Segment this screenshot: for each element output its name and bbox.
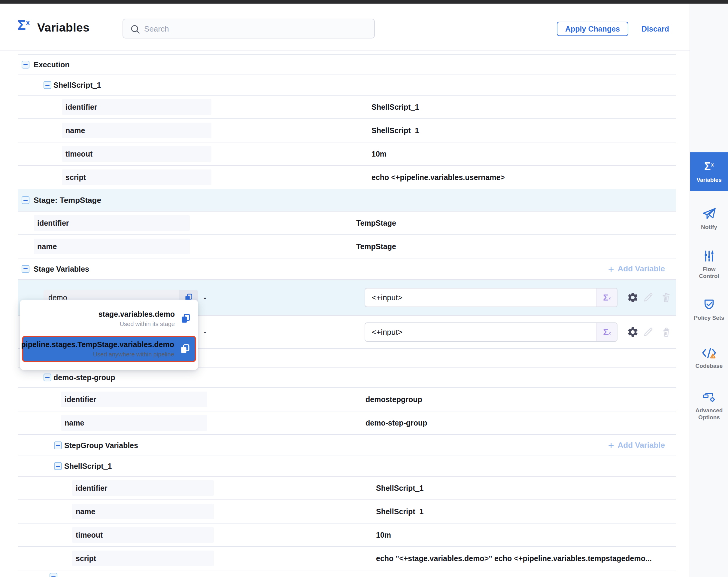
sidebar-item-variables[interactable]: ΣxVariables <box>690 152 728 191</box>
panel-header: Σx Variables Apply Changes Discard <box>0 4 690 50</box>
table-row-stepgroup-variables: StepGroup Variables+Add Variable <box>18 435 676 456</box>
table-row-script: scriptecho "<+stage.variables.demo>" ech… <box>18 547 676 570</box>
tree-node-label: Execution <box>34 60 69 69</box>
sidebar-item-policy-sets[interactable]: Policy Sets <box>690 298 728 321</box>
sliders-icon <box>702 249 716 262</box>
sidebar-item-notify[interactable]: Notify <box>690 207 728 230</box>
expression-toggle-icon[interactable]: Σx <box>596 288 617 306</box>
field-label-box: timeout <box>62 146 211 162</box>
collapse-minus-icon[interactable] <box>22 265 29 273</box>
edit-pencil-icon[interactable] <box>643 292 654 303</box>
expression-toggle-icon[interactable]: Σx <box>596 323 617 341</box>
field-value: demo-step-group <box>365 419 427 427</box>
field-label-box: name <box>62 123 211 138</box>
sidebar-item-label: Codebase <box>693 362 726 369</box>
search-icon <box>130 24 141 36</box>
tree-node-label: demo-step-group <box>53 373 115 382</box>
collapse-minus-icon[interactable] <box>44 374 51 381</box>
table-row-timeout: timeout10m <box>18 143 676 166</box>
tree-node-label: Stage Variables <box>34 265 89 273</box>
add-variable-button[interactable]: +Add Variable <box>608 264 665 274</box>
table-row-partial <box>18 570 676 575</box>
field-label: name <box>61 415 207 431</box>
variable-path: stage.variables.demo <box>99 310 175 319</box>
add-variable-label: Add Variable <box>618 441 665 450</box>
plus-icon: + <box>608 264 614 274</box>
field-value: echo <+pipeline.variables.username> <box>371 173 505 182</box>
apply-changes-button[interactable]: Apply Changes <box>557 22 628 36</box>
field-label: identifier <box>72 480 214 496</box>
variable-path-option[interactable]: stage.variables.demoUsed within its stag… <box>20 304 198 333</box>
copy-icon[interactable] <box>180 344 190 354</box>
top-dark-bar <box>0 0 728 4</box>
table-row-identifier: identifierShellScript_1 <box>18 477 676 500</box>
field-label-box: name <box>72 504 214 519</box>
code-warning-icon <box>701 347 717 359</box>
variable-value-input[interactable]: <+input>Σx <box>365 323 618 342</box>
field-label-box: script <box>72 551 214 566</box>
collapse-minus-icon[interactable] <box>22 61 29 69</box>
delete-trash-icon[interactable] <box>661 327 672 337</box>
collapse-minus-icon[interactable] <box>44 81 51 89</box>
shield-check-icon <box>702 298 716 311</box>
tree-node-label: ShellScript_1 <box>64 462 112 471</box>
header-divider <box>0 50 690 51</box>
variable-value-input[interactable]: <+input>Σx <box>365 288 618 307</box>
table-row-identifier: identifierdemostepgroup <box>18 388 676 411</box>
field-label: name <box>72 504 214 519</box>
table-row-script: scriptecho <+pipeline.variables.username… <box>18 166 676 189</box>
collapse-minus-icon[interactable] <box>54 462 62 470</box>
field-value: ShellScript_1 <box>376 484 423 493</box>
table-row-demo-step-group: demo-step-group <box>18 368 676 388</box>
sigma-x-icon: Σx <box>18 18 30 32</box>
plus-icon: + <box>608 440 614 450</box>
field-label: script <box>72 551 214 566</box>
discard-button[interactable]: Discard <box>642 25 669 33</box>
field-label-box: name <box>34 239 190 254</box>
variable-value-text: <+input> <box>372 323 402 341</box>
tree-node-label: StepGroup Variables <box>64 441 138 450</box>
variable-path-option-highlighted[interactable]: pipeline.stages.TempStage.variables.demo… <box>22 336 196 362</box>
field-label-box: script <box>62 170 211 185</box>
field-value: TempStage <box>356 242 396 251</box>
field-value: 10m <box>371 150 387 158</box>
collapse-minus-icon[interactable] <box>54 442 62 449</box>
field-value: ShellScript_1 <box>371 103 419 111</box>
collapse-minus-icon[interactable] <box>22 196 29 204</box>
field-value: 10m <box>376 531 391 540</box>
sidebar-item-label: Notify <box>693 224 726 230</box>
settings-gear-icon[interactable] <box>627 292 639 303</box>
field-label-box: timeout <box>72 527 214 543</box>
table-row-stage-variables: Stage Variables+Add Variable <box>18 258 676 280</box>
field-label: name <box>62 123 211 138</box>
sidebar-item-codebase[interactable]: Codebase <box>690 347 728 369</box>
variables-panel: Σx Variables Apply Changes Discard Execu… <box>0 0 728 577</box>
field-label-box: identifier <box>34 215 190 231</box>
field-label-box: name <box>61 415 207 431</box>
add-variable-label: Add Variable <box>618 264 665 274</box>
table-row-shellscript-1: ShellScript_1 <box>18 456 676 477</box>
field-label: identifier <box>34 215 190 231</box>
collapse-minus-icon[interactable] <box>50 573 57 577</box>
sigma-x-icon: Σx <box>704 161 714 173</box>
sidebar-item-flow-control[interactable]: Flow Control <box>690 249 728 279</box>
sidebar-item-advanced-options[interactable]: Advanced Options <box>690 391 728 421</box>
edit-pencil-icon[interactable] <box>643 326 654 338</box>
delete-trash-icon[interactable] <box>661 292 672 303</box>
sidebar-item-label: Flow Control <box>693 266 726 279</box>
field-value: ShellScript_1 <box>376 507 423 516</box>
variable-value-text: <+input> <box>372 288 402 306</box>
copy-icon[interactable] <box>180 313 191 324</box>
table-row-identifier: identifierTempStage <box>18 211 676 235</box>
paper-plane-icon <box>702 207 716 221</box>
field-label-box: identifier <box>61 392 207 407</box>
sidebar-item-label: Variables <box>693 176 726 183</box>
option-texts: pipeline.stages.TempStage.variables.demo… <box>21 340 174 358</box>
settings-gear-icon[interactable] <box>627 326 639 338</box>
field-label: name <box>34 239 190 254</box>
table-row-stage-tempstage: Stage: TempStage <box>18 189 676 211</box>
add-variable-button[interactable]: +Add Variable <box>608 440 665 450</box>
table-row-name: namedemo-step-group <box>18 411 676 435</box>
option-texts: stage.variables.demoUsed within its stag… <box>99 310 175 328</box>
search-input[interactable] <box>144 20 367 38</box>
